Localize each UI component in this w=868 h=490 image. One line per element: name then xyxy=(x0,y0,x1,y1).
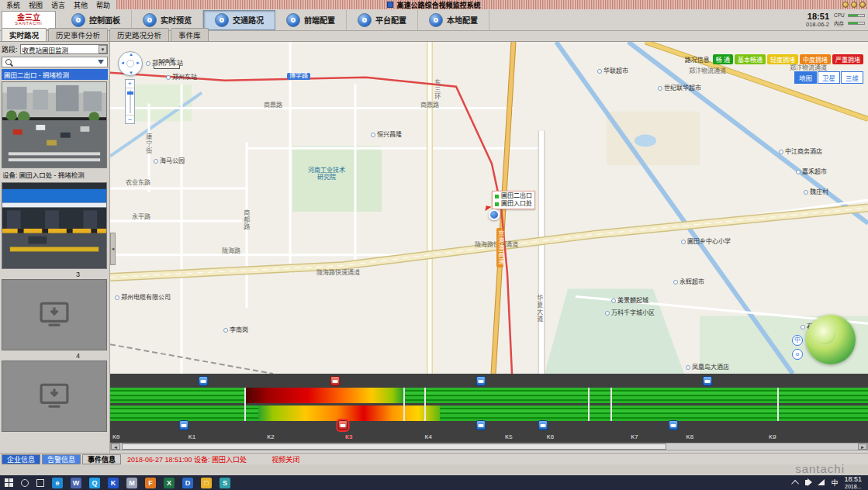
camera-icon[interactable] xyxy=(475,376,486,386)
camera-icon[interactable] xyxy=(538,420,548,430)
filter-icon[interactable] xyxy=(98,60,104,64)
device-marker-label[interactable]: 圃田二出口 圃田入口处 xyxy=(492,191,535,209)
status-tab-button[interactable]: 企业信息 xyxy=(2,454,40,464)
camera-icon[interactable] xyxy=(475,420,486,430)
tray-expand-icon[interactable] xyxy=(792,480,800,488)
camera-thumbnail-1[interactable] xyxy=(2,81,107,168)
toolbar-button[interactable]: 平台配置 xyxy=(347,10,418,30)
map-ad-thumbnail[interactable] xyxy=(806,315,856,364)
close-button[interactable] xyxy=(859,2,866,8)
chevron-down-icon[interactable]: ▼ xyxy=(99,45,107,53)
minimize-button[interactable] xyxy=(842,2,849,8)
legend-level-chip[interactable]: 畅 通 xyxy=(713,54,733,64)
km-marker[interactable]: K5 xyxy=(505,433,513,440)
video-slot[interactable]: 4 xyxy=(2,352,108,432)
maximize-button[interactable] xyxy=(851,2,857,8)
map-view[interactable]: 郑州汽车站 郑州东站 博学路 商鼎路 xyxy=(110,42,868,374)
menu-item[interactable]: 其他 xyxy=(74,0,88,10)
network-icon[interactable] xyxy=(818,479,825,485)
zoom-in-button[interactable]: + xyxy=(126,80,134,88)
km-marker[interactable]: K0 xyxy=(112,433,120,440)
camera-icon[interactable] xyxy=(337,420,348,430)
status-tab-button[interactable]: 告警信息 xyxy=(42,454,81,464)
taskbar-app-icon[interactable]: □ xyxy=(201,478,212,488)
legend-level-chip[interactable]: 轻度拥堵 xyxy=(767,54,798,64)
toolbar-button[interactable]: 实时预览 xyxy=(132,10,203,30)
km-marker[interactable]: K2 xyxy=(267,433,275,440)
tab[interactable]: 历史路况分析 xyxy=(109,28,169,41)
no-video-placeholder[interactable] xyxy=(2,279,107,350)
search-icon[interactable] xyxy=(5,59,12,65)
zoom-out-button[interactable]: − xyxy=(126,115,134,123)
taskbar-search-icon[interactable] xyxy=(21,479,29,487)
taskbar-app-icon[interactable]: X xyxy=(164,478,175,488)
taskbar-app-icon[interactable]: K xyxy=(108,478,119,488)
toolbar-button[interactable]: 交通路况 xyxy=(203,10,275,30)
zoom-slider-thumb[interactable] xyxy=(127,91,133,95)
map-view-button[interactable]: 卫星 xyxy=(818,71,840,84)
tray-clock[interactable]: 18:51 2018... xyxy=(844,476,862,490)
taskbar-app-icon[interactable]: F xyxy=(145,478,156,488)
pan-up-icon[interactable]: ▲ xyxy=(129,52,133,57)
no-video-placeholder[interactable] xyxy=(2,361,107,432)
menu-item[interactable]: 视图 xyxy=(29,0,43,10)
menu-item[interactable]: 语言 xyxy=(51,0,65,10)
scroll-left-icon[interactable]: ◄ xyxy=(111,443,120,450)
camera-icon[interactable] xyxy=(178,420,188,430)
km-marker[interactable]: K1 xyxy=(188,433,196,440)
device-marker-pin[interactable] xyxy=(489,209,500,220)
menu-item[interactable]: 帮助 xyxy=(96,0,110,10)
ime-indicator[interactable]: 中 xyxy=(831,478,838,488)
status-chip xyxy=(495,202,499,206)
tab[interactable]: 事件库 xyxy=(171,28,209,41)
taskbar-app-icon[interactable]: M xyxy=(126,478,137,488)
panel-collapse-handle[interactable]: ◄ xyxy=(110,233,116,265)
camera-icon[interactable] xyxy=(702,376,712,386)
map-view-button[interactable]: 三维 xyxy=(841,71,863,84)
toolbar-button[interactable]: 前端配置 xyxy=(275,10,347,30)
taskbar-app-icon[interactable]: S xyxy=(220,478,230,488)
km-marker[interactable]: K7 xyxy=(631,433,638,440)
tab[interactable]: 实时路况 xyxy=(2,28,47,41)
status-tab-button[interactable]: 事件信息 xyxy=(82,454,121,464)
legend-level-chip[interactable]: 严重拥堵 xyxy=(832,54,863,64)
pan-down-icon[interactable]: ▼ xyxy=(129,71,133,75)
toolbar-button[interactable]: 本地配置 xyxy=(418,10,489,30)
map-widget-button[interactable]: o xyxy=(792,349,803,360)
road-section-select[interactable]: 收费站圃田监测 ▼ xyxy=(20,44,108,54)
menu-item[interactable]: 系统 xyxy=(6,0,20,10)
strip-scrollbar[interactable]: ◄ ► xyxy=(110,443,868,450)
map-zoom-slider[interactable]: + − xyxy=(125,79,135,124)
camera-thumbnail-2[interactable] xyxy=(2,182,107,269)
km-marker[interactable]: K6 xyxy=(547,433,555,440)
camera-icon[interactable] xyxy=(668,420,678,430)
taskbar-app-icon[interactable]: W xyxy=(71,478,81,488)
camera-icon[interactable] xyxy=(199,376,209,386)
toolbar-button[interactable]: 控制面板 xyxy=(61,10,132,30)
video-slot[interactable]: 3 xyxy=(2,271,108,350)
taskbar-app-icon[interactable]: D xyxy=(182,478,193,488)
taskbar-app-icon[interactable]: Q xyxy=(89,478,100,488)
map-widget-button[interactable]: 中 xyxy=(792,335,803,346)
task-view-icon[interactable] xyxy=(36,479,44,487)
map-view-button[interactable]: 地图 xyxy=(794,71,817,84)
pan-right-icon[interactable]: ► xyxy=(136,60,140,65)
scroll-right-icon[interactable]: ► xyxy=(858,443,867,450)
start-button[interactable] xyxy=(5,478,13,487)
tab[interactable]: 历史事件分析 xyxy=(48,28,108,41)
pan-left-icon[interactable]: ◄ xyxy=(120,60,125,65)
map-zoom-control[interactable]: ▲ ▼ ◄ ► + − xyxy=(118,51,143,124)
legend-level-chip[interactable]: 中度拥堵 xyxy=(800,54,831,64)
device-search[interactable] xyxy=(2,57,108,67)
taskbar-app-icon[interactable]: e xyxy=(52,478,63,488)
km-marker[interactable]: K3 xyxy=(345,433,353,440)
legend-level-chip[interactable]: 基本畅通 xyxy=(735,54,766,64)
km-marker[interactable]: K9 xyxy=(769,433,776,440)
km-marker[interactable]: K8 xyxy=(686,433,694,440)
device-list-selected-item[interactable]: 圃田二出口 - 拥堵检测 xyxy=(2,69,108,80)
scrollbar-thumb[interactable] xyxy=(122,443,666,450)
volume-icon[interactable] xyxy=(805,480,808,485)
map-pan-compass[interactable]: ▲ ▼ ◄ ► xyxy=(118,51,143,76)
km-marker[interactable]: K4 xyxy=(425,433,433,440)
camera-icon[interactable] xyxy=(330,376,341,386)
